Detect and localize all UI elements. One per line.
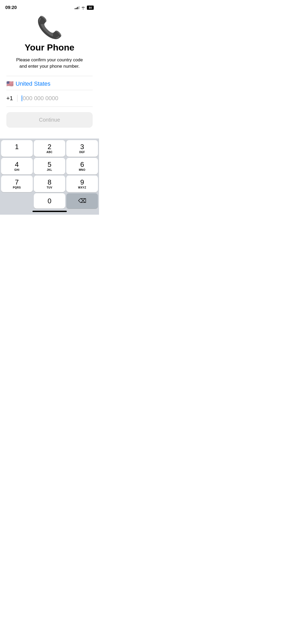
continue-button[interactable]: Continue [6, 112, 93, 128]
battery-icon: 84 [87, 6, 94, 10]
key-9[interactable]: 9 WXYZ [66, 176, 98, 192]
key-7[interactable]: 7 PQRS [1, 176, 33, 192]
phone-placeholder: 000 000 0000 [23, 95, 93, 102]
key-6[interactable]: 6 MNO [66, 158, 98, 174]
wifi-icon [81, 6, 85, 9]
backspace-icon: ⌫ [78, 197, 86, 204]
home-indicator [1, 209, 98, 215]
key-4[interactable]: 4 GHI [1, 158, 33, 174]
key-empty [1, 193, 33, 209]
status-bar: 09:20 84 [0, 0, 99, 12]
key-1[interactable]: 1 [1, 140, 33, 157]
key-5[interactable]: 5 JKL [34, 158, 65, 174]
page-subtitle: Please confirm your country codeand ente… [16, 57, 83, 70]
main-content: 📞 Your Phone Please confirm your country… [0, 12, 99, 128]
country-code: +1 [6, 95, 17, 102]
key-8[interactable]: 8 TUV [34, 176, 65, 192]
phone-icon: 📞 [36, 17, 63, 38]
keypad: 1 2 ABC 3 DEF 4 GHI 5 JKL 6 MNO 7 PQRS [0, 139, 99, 215]
country-name: United States [16, 80, 50, 87]
page-title: Your Phone [25, 42, 74, 53]
status-time: 09:20 [5, 5, 17, 10]
key-2[interactable]: 2 ABC [34, 140, 65, 157]
cursor [22, 95, 22, 101]
key-3[interactable]: 3 DEF [66, 140, 98, 157]
country-selector[interactable]: 🇺🇸 United States [6, 76, 93, 90]
country-flag: 🇺🇸 [6, 80, 13, 87]
phone-input-row: +1 000 000 0000 [6, 90, 93, 107]
home-bar [32, 211, 67, 212]
signal-icon [75, 6, 79, 9]
status-icons: 84 [75, 6, 94, 10]
keypad-grid: 1 2 ABC 3 DEF 4 GHI 5 JKL 6 MNO 7 PQRS [1, 140, 98, 209]
key-0[interactable]: 0 [34, 193, 65, 209]
backspace-button[interactable]: ⌫ [66, 193, 98, 209]
